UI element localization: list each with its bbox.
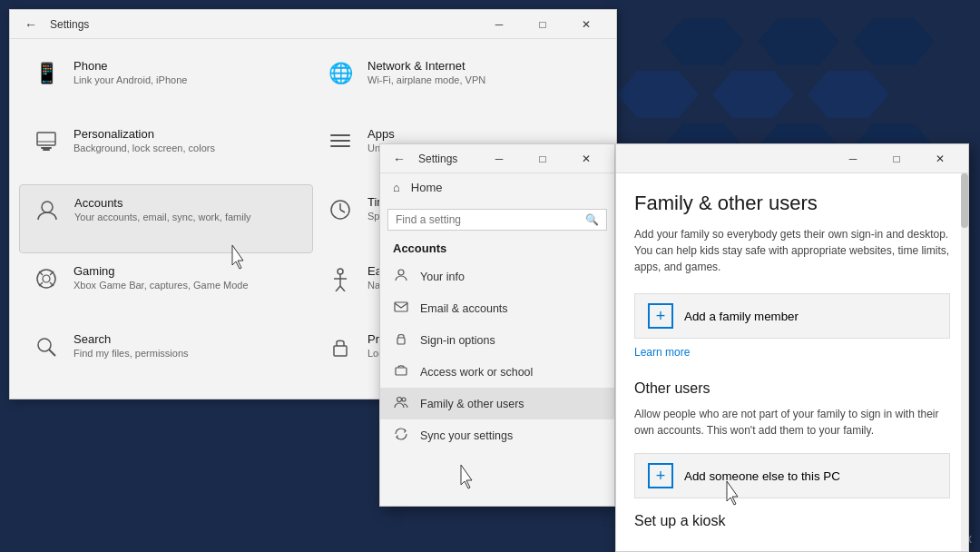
family-panel-titlebar: ─ □ ✕ <box>616 144 968 173</box>
home-nav-item[interactable]: ⌂ Home <box>380 173 614 202</box>
titlebar-controls-bg: ─ □ ✕ <box>478 10 607 39</box>
personalization-icon <box>32 127 61 156</box>
accounts-section-header: Accounts <box>380 238 614 261</box>
add-family-member-button[interactable]: + Add a family member <box>634 293 950 339</box>
email-label: Email & accounts <box>420 302 508 315</box>
family-panel-title: Family & other users <box>634 192 950 215</box>
network-label: Network & Internet <box>368 59 485 73</box>
time-icon <box>326 195 355 224</box>
home-icon: ⌂ <box>393 181 400 194</box>
your-info-label: Your info <box>420 271 465 283</box>
add-family-label: Add a family member <box>684 310 799 323</box>
add-someone-plus-icon: + <box>648 463 673 488</box>
close-family[interactable]: ✕ <box>919 144 961 173</box>
titlebar-fg-left: ← Settings <box>387 148 457 170</box>
personalization-label: Personalization <box>74 127 215 141</box>
privacy-icon <box>326 332 355 361</box>
access-work-label: Access work or school <box>420 366 533 379</box>
scrollbar-track[interactable] <box>961 173 968 551</box>
svg-rect-5 <box>330 140 350 142</box>
family-label: Family & other users <box>420 398 524 410</box>
close-button-fg[interactable]: ✕ <box>565 144 607 173</box>
search-input[interactable] <box>396 213 580 226</box>
svg-line-23 <box>49 350 55 356</box>
svg-point-22 <box>38 339 51 351</box>
maximize-button-fg[interactable]: □ <box>522 144 564 173</box>
nav-item-signin[interactable]: Sign-in options <box>380 324 614 356</box>
signin-label: Sign-in options <box>420 334 495 347</box>
your-info-icon <box>393 268 409 285</box>
minimize-button-bg[interactable]: ─ <box>478 10 520 39</box>
nav-item-sync[interactable]: Sync your settings <box>380 419 614 451</box>
phone-label: Phone <box>74 59 187 73</box>
family-content: Family & other users Add your family so … <box>616 173 968 547</box>
network-desc: Wi-Fi, airplane mode, VPN <box>368 74 485 85</box>
search-label: Search <box>74 332 189 346</box>
accounts-desc: Your accounts, email, sync, work, family <box>74 212 251 222</box>
learn-more-link[interactable]: Learn more <box>634 346 950 359</box>
gaming-icon <box>32 264 61 293</box>
apps-icon <box>326 127 355 156</box>
back-button[interactable]: ← <box>19 14 43 35</box>
nav-item-email[interactable]: Email & accounts <box>380 292 614 324</box>
scrollbar-thumb[interactable] <box>961 173 968 228</box>
phone-icon: 📱 <box>32 59 61 88</box>
sync-icon <box>393 427 409 444</box>
svg-rect-6 <box>330 145 350 147</box>
settings-window-accounts: ← Settings ─ □ ✕ ⌂ Home 🔍 Accounts Your … <box>379 143 615 507</box>
setting-item-gaming[interactable]: Gaming Xbox Game Bar, captures, Game Mod… <box>19 253 313 321</box>
setting-item-phone[interactable]: 📱 Phone Link your Android, iPhone <box>19 48 313 116</box>
add-someone-label: Add someone else to this PC <box>684 469 840 483</box>
back-button-fg[interactable]: ← <box>387 148 411 170</box>
nav-item-your-info[interactable]: Your info <box>380 261 614 292</box>
accounts-nav-list: Your info Email & accounts Sign-in optio… <box>380 261 614 506</box>
family-panel-controls: ─ □ ✕ <box>832 144 961 173</box>
svg-point-30 <box>402 398 406 401</box>
accounts-icon <box>33 196 62 225</box>
other-users-desc: Allow people who are not part of your fa… <box>634 406 950 439</box>
svg-rect-1 <box>41 147 52 149</box>
svg-rect-24 <box>334 346 347 356</box>
maximize-family[interactable]: □ <box>876 144 917 173</box>
gaming-label: Gaming <box>74 264 249 278</box>
setting-item-network[interactable]: 🌐 Network & Internet Wi-Fi, airplane mod… <box>313 48 607 116</box>
access-work-icon <box>393 363 409 380</box>
svg-rect-0 <box>37 133 55 145</box>
svg-rect-28 <box>396 368 407 375</box>
setting-item-search[interactable]: Search Find my files, permissions <box>19 321 313 389</box>
svg-rect-26 <box>395 302 407 311</box>
svg-line-20 <box>336 286 340 291</box>
svg-line-21 <box>340 286 345 291</box>
window-title-bg: Settings <box>50 18 89 31</box>
minimize-button-fg[interactable]: ─ <box>478 144 520 173</box>
add-someone-button[interactable]: + Add someone else to this PC <box>634 453 950 498</box>
phone-desc: Link your Android, iPhone <box>74 74 187 85</box>
maximize-button-bg[interactable]: □ <box>522 10 564 39</box>
svg-point-25 <box>398 270 404 275</box>
signin-icon <box>393 331 409 349</box>
home-label: Home <box>411 181 443 194</box>
svg-point-29 <box>397 398 402 402</box>
other-users-title: Other users <box>634 380 950 397</box>
nav-item-family[interactable]: Family & other users <box>380 388 614 419</box>
close-button-bg[interactable]: ✕ <box>565 10 607 39</box>
nav-item-access-work[interactable]: Access work or school <box>380 356 614 388</box>
network-icon: 🌐 <box>326 59 355 88</box>
setting-item-personalization[interactable]: Personalization Background, lock screen,… <box>19 116 313 184</box>
titlebar-left: ← Settings <box>19 14 89 35</box>
family-panel-desc: Add your family so everybody gets their … <box>634 226 950 275</box>
titlebar-bg: ← Settings ─ □ ✕ <box>10 10 616 39</box>
ease-icon <box>326 264 355 293</box>
accounts-label: Accounts <box>74 196 251 210</box>
search-desc: Find my files, permissions <box>74 348 189 359</box>
search-icon <box>32 332 61 361</box>
minimize-family[interactable]: ─ <box>832 144 874 173</box>
email-icon <box>393 300 409 317</box>
svg-rect-4 <box>330 134 350 136</box>
setup-kiosk-title: Set up a kiosk <box>634 513 950 529</box>
family-panel: ─ □ ✕ Family & other users Add your fami… <box>615 143 969 552</box>
setting-item-accounts[interactable]: Accounts Your accounts, email, sync, wor… <box>19 184 313 254</box>
window-title-fg: Settings <box>418 153 457 165</box>
sync-label: Sync your settings <box>420 429 513 442</box>
search-box[interactable]: 🔍 <box>387 209 607 231</box>
